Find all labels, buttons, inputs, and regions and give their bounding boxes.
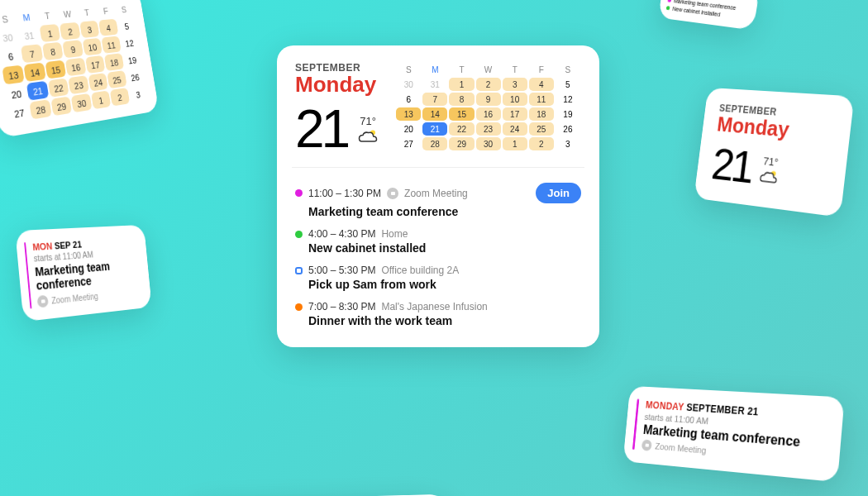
calendar-dow-header: F — [529, 63, 554, 76]
calendar-day-cell[interactable]: 24 — [88, 73, 108, 92]
calendar-day-cell[interactable]: 23 — [68, 75, 88, 94]
calendar-day-cell[interactable]: 1 — [91, 90, 112, 109]
calendar-day-cell[interactable]: 7 — [422, 93, 447, 106]
calendar-day-cell[interactable]: 5 — [556, 78, 580, 91]
calendar-day-cell[interactable]: 17 — [503, 107, 527, 121]
calendar-dow-header: S — [114, 1, 133, 17]
calendar-day-cell[interactable]: 12 — [120, 34, 139, 51]
calendar-day-cell[interactable]: 24 — [503, 122, 527, 136]
event-location: Zoom Meeting — [404, 188, 468, 199]
calendar-day-cell[interactable]: 15 — [45, 60, 66, 79]
calendar-day-cell[interactable]: 20 — [5, 83, 28, 103]
temperature: 71° — [360, 115, 376, 127]
calendar-day-cell[interactable]: 22 — [48, 78, 69, 97]
calendar-day-cell[interactable]: 14 — [24, 62, 46, 81]
calendar-day-cell[interactable]: 26 — [556, 122, 580, 136]
calendar-day-cell[interactable]: 1 — [503, 137, 527, 150]
event-row[interactable]: 4:00 – 4:30 PMHomeNew cabinet installed — [295, 223, 581, 260]
calendar-day-cell[interactable]: 8 — [449, 93, 474, 106]
calendar-day-cell[interactable]: 15 — [449, 107, 474, 121]
calendar-day-cell[interactable]: 12 — [556, 93, 580, 106]
calendar-day-cell[interactable]: 29 — [50, 96, 72, 116]
calendar-dow-header: M — [422, 63, 447, 76]
event-time: 7:00 – 8:30 PM — [308, 301, 375, 312]
calendar-day-cell[interactable]: 3 — [128, 85, 147, 103]
event-color-dot — [295, 303, 303, 311]
partly-cloudy-icon — [355, 127, 380, 149]
calendar-day-cell[interactable]: 21 — [422, 122, 447, 136]
calendar-day-cell[interactable]: 1 — [449, 78, 474, 91]
event-location: Mal's Japanese Infusion — [381, 301, 487, 312]
event-color-dot — [295, 231, 303, 238]
calendar-day-cell[interactable]: 10 — [503, 93, 527, 106]
calendar-day-cell[interactable]: 13 — [396, 107, 421, 121]
floating-mini-calendar: SMTWTFS303112345678910111213141516171819… — [0, 0, 159, 138]
calendar-day-cell[interactable]: 6 — [396, 93, 421, 106]
calendar-day-cell[interactable]: 3 — [503, 78, 527, 91]
calendar-day-cell[interactable]: 28 — [422, 137, 447, 150]
calendar-dow-header: W — [476, 63, 501, 76]
join-button[interactable]: Join — [536, 183, 581, 203]
calendar-day-cell[interactable]: 29 — [449, 137, 474, 150]
calendar-day-cell[interactable]: 10 — [82, 38, 103, 56]
calendar-day-cell[interactable]: 27 — [396, 137, 421, 150]
calendar-day-cell[interactable]: 28 — [30, 99, 52, 119]
event-location: Home — [381, 228, 408, 240]
event-card-wide: MONDAY SEPTEMBER 21 starts at 11:00 AM M… — [623, 386, 845, 482]
calendar-day-cell[interactable]: 21 — [26, 81, 49, 101]
calendar-day-cell[interactable]: 31 — [422, 78, 447, 91]
calendar-day-cell[interactable]: 1 — [39, 24, 60, 42]
calendar-day-cell[interactable]: 14 — [422, 107, 447, 121]
calendar-day-cell[interactable]: 18 — [104, 53, 124, 71]
calendar-day-cell[interactable]: 25 — [529, 122, 554, 136]
calendar-day-cell[interactable]: 19 — [556, 107, 580, 121]
mini-calendar-grid-tl: SMTWTFS303112345678910111213141516171819… — [0, 0, 148, 124]
calendar-day-cell[interactable]: 16 — [476, 107, 501, 121]
calendar-day-cell[interactable]: 3 — [556, 137, 580, 150]
calendar-day-cell[interactable]: 31 — [18, 26, 41, 45]
calendar-day-cell[interactable]: 2 — [60, 22, 80, 41]
event-row[interactable]: 11:00 – 1:30 PMZoom MeetingJoinMarketing… — [295, 178, 581, 223]
calendar-day-cell[interactable]: 6 — [0, 46, 22, 65]
calendar-day-cell[interactable]: 13 — [2, 65, 25, 85]
calendar-day-cell[interactable]: 9 — [63, 40, 83, 58]
event-card-small: MON SEP 21 starts at 11:00 AM Marketing … — [15, 225, 151, 322]
calendar-day-cell[interactable]: 3 — [79, 21, 100, 38]
calendar-day-cell[interactable]: 7 — [21, 44, 43, 63]
day-name: Monday — [295, 72, 380, 98]
calendar-day-cell[interactable]: 30 — [71, 93, 92, 112]
calendar-day-cell[interactable]: 4 — [98, 19, 118, 36]
calendar-day-cell[interactable]: 19 — [122, 51, 141, 69]
calendar-day-cell[interactable]: 11 — [529, 93, 554, 106]
calendar-day-cell[interactable]: 27 — [7, 103, 31, 123]
calendar-day-cell[interactable]: 30 — [396, 78, 421, 91]
calendar-day-cell[interactable]: 9 — [476, 93, 501, 106]
calendar-day-cell[interactable]: 25 — [107, 70, 126, 88]
calendar-day-cell[interactable]: 8 — [42, 42, 64, 61]
calendar-day-cell[interactable]: 2 — [110, 88, 130, 107]
calendar-day-cell[interactable]: 16 — [65, 58, 86, 77]
calendar-day-cell[interactable]: 2 — [529, 137, 554, 150]
calendar-day-cell[interactable]: 20 — [396, 122, 421, 136]
calendar-day-cell[interactable]: 30 — [476, 137, 501, 150]
calendar-day-cell[interactable]: 22 — [449, 122, 474, 136]
calendar-day-cell[interactable]: 2 — [476, 78, 501, 91]
event-title: Pick up Sam from work — [295, 278, 581, 291]
event-title: New cabinet installed — [295, 241, 581, 255]
floating-mini-agenda: MON 21 Marketing team conference New cab… — [658, 0, 761, 31]
video-icon — [37, 295, 49, 308]
calendar-day-cell[interactable]: 11 — [102, 36, 122, 53]
event-row[interactable]: 5:00 – 5:30 PMOffice building 2APick up … — [295, 260, 581, 296]
mini-calendar-grid[interactable]: SMTWTFS303112345678910111213141516171819… — [395, 62, 581, 155]
calendar-day-cell[interactable]: 18 — [529, 107, 554, 121]
divider — [292, 167, 584, 168]
calendar-day-cell[interactable]: 30 — [0, 27, 19, 46]
calendar-day-cell[interactable]: 23 — [476, 122, 501, 136]
calendar-widget-large: SEPTEMBER Monday 21 71° SMTWTFS303112345… — [277, 45, 599, 347]
calendar-day-cell[interactable]: 4 — [529, 78, 554, 91]
calendar-day-cell[interactable]: 17 — [85, 55, 106, 74]
calendar-day-cell[interactable]: 26 — [126, 68, 145, 86]
calendar-widget-medium: SEPTEMBER Monday 21 71° — [694, 88, 854, 217]
event-row[interactable]: 7:00 – 8:30 PMMal's Japanese InfusionDin… — [295, 296, 581, 332]
calendar-day-cell[interactable]: 5 — [117, 17, 136, 35]
